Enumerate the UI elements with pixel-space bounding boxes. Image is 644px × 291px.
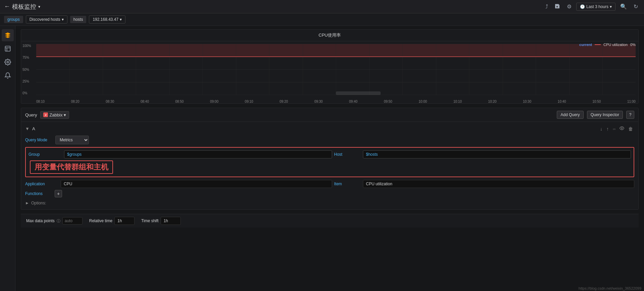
- x-labels: 08:10 08:20 08:30 08:40 08:50 09:00 09:1…: [36, 100, 636, 103]
- zabbix-icon: Z: [43, 112, 48, 117]
- query-a-label: A: [32, 126, 35, 131]
- move-up-button[interactable]: ↑: [605, 125, 610, 132]
- x-label-0950: 09:50: [384, 100, 392, 103]
- move-down-button[interactable]: ↓: [599, 125, 604, 132]
- query-a-header: ▼ A ↓ ↑ ⎓ 🗑: [25, 125, 634, 132]
- application-item-row: Application CPU Item CPU utilization: [25, 180, 634, 188]
- y-label-0: 0%: [22, 91, 31, 95]
- legend-line: [595, 44, 601, 45]
- save-button[interactable]: [553, 2, 562, 11]
- max-data-points-info[interactable]: ⓘ: [57, 219, 60, 224]
- ip-dropdown[interactable]: 192.168.43.47 ▾: [89, 15, 125, 23]
- x-label-0810: 08:10: [36, 100, 45, 103]
- x-label-1010: 10:10: [453, 100, 462, 103]
- max-data-points-field: Max data points ⓘ: [26, 217, 83, 225]
- time-dropdown-icon: ▾: [610, 4, 612, 9]
- bottom-bar: Max data points ⓘ Relative time Time shi…: [21, 214, 639, 228]
- x-label-0920: 09:20: [279, 100, 288, 103]
- x-label-0820: 08:20: [71, 100, 79, 103]
- settings-button[interactable]: ⚙: [565, 2, 574, 11]
- y-label-25: 25%: [22, 80, 31, 83]
- x-label-0900: 09:00: [210, 100, 218, 103]
- options-row[interactable]: ► Options:: [25, 200, 634, 206]
- chart-container: CPU使用率 100% 75% 50% 25% 0% current CPU u…: [21, 29, 639, 104]
- host-label: Host: [334, 152, 361, 157]
- svg-rect-26: [336, 91, 381, 95]
- chart-legend: current CPU utilization 0%: [579, 43, 636, 47]
- functions-label: Functions: [25, 191, 52, 196]
- application-value[interactable]: CPU: [61, 180, 332, 188]
- x-label-1030: 10:30: [523, 100, 531, 103]
- collapse-icon[interactable]: ▼: [25, 126, 30, 131]
- y-label-100: 100%: [22, 44, 31, 48]
- hosts-tag[interactable]: hosts: [70, 16, 87, 23]
- legend-label: CPU utilization: [603, 43, 628, 47]
- duplicate-button[interactable]: ⎓: [611, 125, 617, 132]
- sidebar-icon-layers[interactable]: [2, 29, 14, 41]
- time-shift-field: Time shift: [141, 217, 181, 225]
- options-chevron: ►: [25, 201, 29, 205]
- ip-dropdown-label: 192.168.43.47: [93, 17, 118, 22]
- add-query-button[interactable]: Add Query: [557, 111, 583, 119]
- nav-title: 模板监控: [12, 3, 36, 11]
- item-value[interactable]: CPU utilization: [363, 180, 634, 188]
- group-label: Group: [29, 152, 62, 157]
- max-data-points-input[interactable]: [62, 217, 83, 225]
- sidebar-icon-bell[interactable]: [2, 69, 14, 82]
- query-inspector-button[interactable]: Query Inspector: [587, 111, 623, 119]
- relative-time-input[interactable]: [114, 217, 135, 225]
- hosts-dropdown[interactable]: Discovered hosts ▾: [26, 15, 67, 23]
- time-range-label: Last 3 hours: [586, 4, 608, 9]
- x-label-0930: 09:30: [314, 100, 323, 103]
- relative-time-label: Relative time: [89, 219, 112, 223]
- help-button[interactable]: ?: [626, 111, 634, 119]
- x-label-1050: 10:50: [592, 100, 601, 103]
- top-nav: ← 模板监控 ▾ ⤴ ⚙ 🕐 Last 3 hours ▾ 🔍 ↻: [0, 0, 644, 13]
- groups-tag[interactable]: groups: [4, 16, 23, 23]
- svg-rect-0: [5, 46, 10, 51]
- back-icon: ←: [4, 3, 10, 10]
- url-bar: https://blog.csdn.net/weixin_36522099: [576, 286, 644, 291]
- group-host-grid: Group $groups Host $hosts: [29, 150, 631, 158]
- x-label-1020: 10:20: [488, 100, 496, 103]
- hosts-dropdown-label: Discovered hosts: [30, 17, 60, 22]
- legend-value: 0%: [630, 43, 636, 47]
- svg-point-1: [7, 61, 8, 63]
- add-function-button[interactable]: +: [55, 190, 62, 197]
- y-label-50: 50%: [22, 68, 31, 71]
- query-mode-label: Query Mode: [25, 138, 52, 142]
- x-label-0850: 08:50: [175, 100, 184, 103]
- datasource-dropdown-icon: ▾: [64, 112, 66, 117]
- query-datasource[interactable]: Z Zabbix ▾: [40, 111, 69, 119]
- nav-icons: ⤴ ⚙ 🕐 Last 3 hours ▾ 🔍 ↻: [543, 2, 640, 11]
- refresh-button[interactable]: ↻: [632, 2, 640, 11]
- delete-button[interactable]: 🗑: [627, 125, 634, 132]
- query-header: Query Z Zabbix ▾ Add Query Query Inspect…: [21, 108, 638, 122]
- footer-url: https://blog.csdn.net/weixin_36522099: [579, 286, 641, 290]
- x-label-1000: 10:00: [419, 100, 427, 103]
- x-label-0940: 09:40: [349, 100, 358, 103]
- toggle-visibility-button[interactable]: [618, 125, 626, 132]
- sidebar-icon-settings[interactable]: [2, 56, 14, 68]
- time-range-button[interactable]: 🕐 Last 3 hours ▾: [576, 3, 615, 11]
- search-button[interactable]: 🔍: [618, 2, 629, 11]
- functions-row: Functions +: [25, 190, 634, 197]
- datasource-label: Zabbix: [49, 112, 62, 117]
- query-mode-row: Query Mode Metrics: [25, 136, 634, 144]
- host-value[interactable]: $hosts: [363, 150, 631, 158]
- x-label-0840: 08:40: [141, 100, 149, 103]
- svg-point-27: [621, 128, 623, 129]
- share-button[interactable]: ⤴: [543, 2, 550, 11]
- filter-bar: groups Discovered hosts ▾ hosts 192.168.…: [0, 13, 644, 26]
- query-label: Query: [25, 112, 37, 117]
- time-shift-input[interactable]: [161, 217, 181, 225]
- options-label: Options:: [31, 201, 46, 205]
- x-label-0830: 08:30: [106, 100, 114, 103]
- query-mode-select[interactable]: Metrics: [55, 136, 89, 144]
- x-label-0910: 09:10: [245, 100, 253, 103]
- back-button[interactable]: ← 模板监控 ▾: [4, 3, 40, 11]
- group-value[interactable]: $groups: [64, 150, 332, 158]
- panel-area: CPU使用率 100% 75% 50% 25% 0% current CPU u…: [15, 26, 644, 291]
- y-labels: 100% 75% 50% 25% 0%: [21, 44, 33, 95]
- sidebar-icon-chart[interactable]: [2, 43, 14, 55]
